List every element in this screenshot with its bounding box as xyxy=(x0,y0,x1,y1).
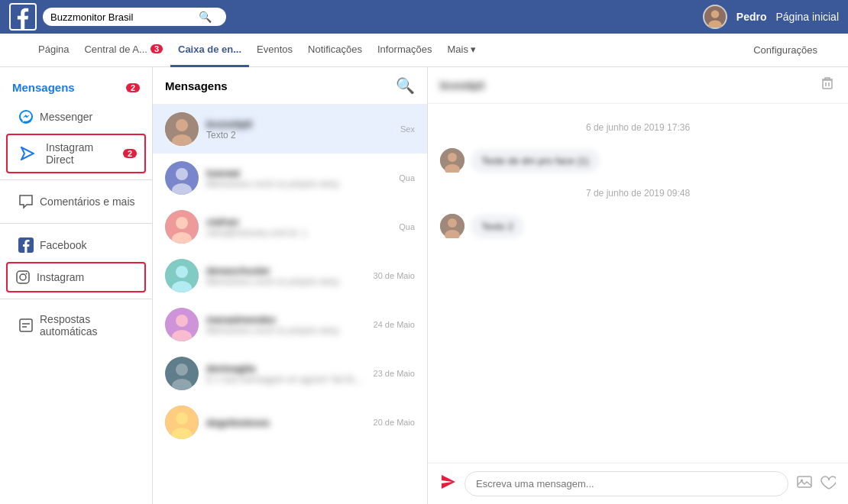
secondary-nav: Página Central de A... 3 Caixa de en... … xyxy=(0,34,848,67)
svg-point-39 xyxy=(448,218,457,228)
svg-point-12 xyxy=(176,119,188,131)
delete-conversation-button[interactable] xyxy=(819,75,836,95)
messages-section-header[interactable]: Mensagens 2 xyxy=(0,73,152,102)
message-row: Texto 2 xyxy=(440,214,836,238)
sidebar-instagram[interactable]: Instagram xyxy=(6,262,146,292)
facebook-sidebar-icon xyxy=(18,237,34,253)
sender-name: ciafran xyxy=(206,216,391,228)
message-preview: E v sua mensagem só agora!! Vai ficar... xyxy=(206,374,366,385)
svg-rect-41 xyxy=(798,477,811,487)
sidebar-instagram-direct[interactable]: Instagram Direct 2 xyxy=(6,134,146,173)
message-list-title: Mensagens xyxy=(165,79,228,92)
nav-pagina[interactable]: Página xyxy=(31,34,76,67)
search-input[interactable] xyxy=(50,11,196,23)
svg-point-36 xyxy=(448,153,457,162)
comments-label: Comentários e mais xyxy=(40,195,135,208)
central-badge: 3 xyxy=(151,44,163,53)
instagram-direct-label: Instagram Direct xyxy=(46,141,117,166)
message-content: denisagita E v sua mensagem só agora!! V… xyxy=(206,363,366,385)
search-messages-icon[interactable]: 🔍 xyxy=(396,76,415,95)
message-list-header: Mensagens 🔍 xyxy=(153,67,427,105)
list-item[interactable]: luavaaí Mencionou você no próprio story … xyxy=(153,153,427,202)
like-icon[interactable] xyxy=(819,473,836,494)
avatar xyxy=(165,405,199,439)
sender-name: denisagita xyxy=(206,363,366,374)
sidebar-divider-1 xyxy=(0,179,152,180)
sidebar-auto-replies[interactable]: Respostas automáticas xyxy=(0,305,152,345)
configuracoes-link[interactable]: Configurações xyxy=(753,44,817,56)
svg-point-24 xyxy=(176,315,188,327)
message-input-actions xyxy=(796,473,836,494)
svg-point-9 xyxy=(26,273,28,275)
list-item[interactable]: denisagita E v sua mensagem só agora!! V… xyxy=(153,349,427,398)
message-row: Teste de dm pro face (1) xyxy=(440,148,836,173)
list-item[interactable]: degofesteves 20 de Maio xyxy=(153,398,427,447)
list-item[interactable]: denaschusler Mencionou você no próprio s… xyxy=(153,251,427,300)
sender-name: brunotip0 xyxy=(206,118,393,130)
message-time: Sex xyxy=(400,124,415,134)
svg-point-2 xyxy=(711,10,720,18)
sender-name: degofesteves xyxy=(206,417,366,428)
search-bar[interactable]: 🔍 xyxy=(43,8,226,26)
message-preview: Texto 2 xyxy=(206,130,393,141)
message-time: 24 de Maio xyxy=(374,320,415,329)
nav-notificacoes[interactable]: Notificações xyxy=(300,34,370,67)
top-bar-right: Pedro Página inicial xyxy=(703,5,839,29)
top-bar: 🔍 Pedro Página inicial xyxy=(0,0,848,34)
message-content: maraalmendes Mencionou você no próprio s… xyxy=(206,314,366,336)
message-preview: Mencionou você no próprio story xyxy=(206,179,391,189)
nav-informacoes[interactable]: Informações xyxy=(370,34,440,67)
avatar xyxy=(165,259,199,292)
sender-avatar xyxy=(440,214,464,238)
auto-replies-icon xyxy=(18,318,34,333)
sidebar-divider-3 xyxy=(0,299,152,299)
message-bubble: Texto 2 xyxy=(471,215,524,238)
nav-central[interactable]: Central de A... 3 xyxy=(76,34,170,67)
sidebar-divider-2 xyxy=(0,223,152,224)
message-input-area xyxy=(428,463,848,504)
image-upload-icon[interactable] xyxy=(796,473,813,494)
sidebar-messenger[interactable]: Messenger xyxy=(0,102,152,132)
nav-mais[interactable]: Mais ▾ xyxy=(439,34,484,67)
instagram-sidebar-icon xyxy=(15,270,31,285)
comments-icon xyxy=(18,194,34,209)
list-item[interactable]: brunotip0 Texto 2 Sex xyxy=(153,105,427,153)
message-content: luavaaí Mencionou você no próprio story xyxy=(206,167,391,189)
messages-title: Mensagens xyxy=(12,81,75,94)
svg-marker-5 xyxy=(21,147,34,160)
main-layout: Mensagens 2 Messenger Instagram Direct 2… xyxy=(0,67,848,504)
svg-rect-10 xyxy=(20,319,32,331)
search-icon: 🔍 xyxy=(199,11,212,23)
avatar xyxy=(165,308,199,341)
avatar xyxy=(703,5,727,29)
sender-name: luavaaí xyxy=(206,167,391,179)
nav-caixa[interactable]: Caixa de en... xyxy=(170,34,249,67)
conversation-messages: 6 de junho de 2019 17:36 Teste de dm pro… xyxy=(428,104,848,463)
sidebar-comments[interactable]: Comentários e mais xyxy=(0,186,152,217)
sidebar-facebook[interactable]: Facebook xyxy=(0,230,152,260)
avatar xyxy=(165,357,199,390)
conversation-header-name: brunotip0 xyxy=(440,79,484,92)
message-input[interactable] xyxy=(464,471,788,496)
message-time: 23 de Maio xyxy=(374,369,415,378)
message-preview: Mencionou você no próprio story xyxy=(206,276,366,287)
sender-name: maraalmendes xyxy=(206,314,366,325)
nav-eventos[interactable]: Eventos xyxy=(249,34,300,67)
facebook-sidebar-label: Facebook xyxy=(40,239,86,251)
list-item[interactable]: maraalmendes Mencionou você no próprio s… xyxy=(153,300,427,349)
svg-rect-32 xyxy=(823,80,832,89)
instagram-sidebar-label: Instagram xyxy=(37,271,84,283)
message-time: Qua xyxy=(399,173,415,183)
left-sidebar: Mensagens 2 Messenger Instagram Direct 2… xyxy=(0,67,153,504)
home-link[interactable]: Página inicial xyxy=(776,11,840,23)
list-item[interactable]: ciafran clera@mexxau.com.br :) Qua xyxy=(153,202,427,251)
sender-avatar xyxy=(440,148,464,173)
conversation-header: brunotip0 xyxy=(428,67,848,104)
message-items: brunotip0 Texto 2 Sex luavaaí Mencionou … xyxy=(153,105,427,504)
svg-point-27 xyxy=(176,363,188,376)
user-name: Pedro xyxy=(736,11,767,23)
auto-replies-label: Respostas automáticas xyxy=(40,313,140,338)
svg-point-21 xyxy=(176,266,188,278)
avatar xyxy=(165,112,199,146)
svg-point-8 xyxy=(20,274,26,280)
